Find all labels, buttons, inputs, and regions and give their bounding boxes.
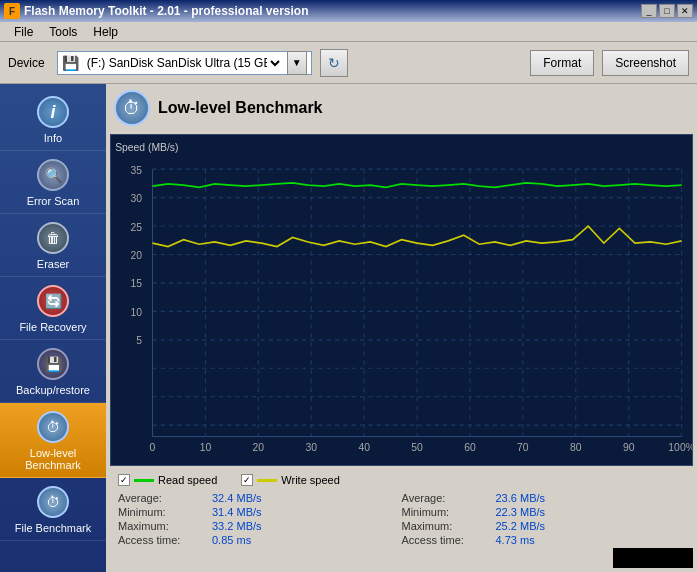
sidebar-item-error-scan[interactable]: 🔍 Error Scan	[0, 151, 106, 214]
stat-read-minimum-label: Minimum:	[118, 506, 208, 518]
backup-icon: 💾	[37, 348, 69, 380]
device-icon: 💾	[62, 55, 79, 71]
sidebar-label-backup-restore: Backup/restore	[16, 384, 90, 396]
format-button[interactable]: Format	[530, 50, 594, 76]
screenshot-button[interactable]: Screenshot	[602, 50, 689, 76]
menu-file[interactable]: File	[6, 23, 41, 41]
svg-text:0: 0	[150, 441, 156, 454]
menu-help[interactable]: Help	[85, 23, 126, 41]
sidebar-item-file-benchmark[interactable]: ⏱ File Benchmark	[0, 478, 106, 541]
sidebar-item-low-level-benchmark[interactable]: ⏱ Low-level Benchmark	[0, 403, 106, 478]
sidebar-label-info: Info	[44, 132, 62, 144]
stat-write-maximum-label: Maximum:	[402, 520, 492, 532]
svg-text:10: 10	[200, 441, 212, 454]
stat-write-access-time-value: 4.73 ms	[496, 534, 535, 546]
device-label: Device	[8, 56, 45, 70]
svg-text:50: 50	[411, 441, 423, 454]
stat-write-average-value: 23.6 MB/s	[496, 492, 546, 504]
sidebar-label-file-benchmark: File Benchmark	[15, 522, 91, 534]
sidebar-item-eraser[interactable]: 🗑 Eraser	[0, 214, 106, 277]
svg-text:100%: 100%	[668, 441, 692, 454]
stat-read-average-value: 32.4 MB/s	[212, 492, 262, 504]
content-header: ⏱ Low-level Benchmark	[110, 88, 693, 128]
minimize-button[interactable]: _	[641, 4, 657, 18]
svg-text:20: 20	[131, 249, 143, 262]
svg-text:25: 25	[131, 220, 143, 233]
stat-read-minimum-value: 31.4 MB/s	[212, 506, 262, 518]
info-icon: i	[37, 96, 69, 128]
stat-read-minimum: Minimum: 31.4 MB/s	[118, 506, 402, 518]
svg-text:60: 60	[464, 441, 476, 454]
sidebar-item-info[interactable]: i Info	[0, 88, 106, 151]
sidebar-label-eraser: Eraser	[37, 258, 69, 270]
stats-write: Average: 23.6 MB/s Minimum: 22.3 MB/s Ma…	[402, 492, 686, 546]
low-level-benchmark-icon: ⏱	[37, 411, 69, 443]
legend-row: ✓ Read speed ✓ Write speed	[110, 472, 693, 488]
file-benchmark-icon: ⏱	[37, 486, 69, 518]
stat-write-minimum-label: Minimum:	[402, 506, 492, 518]
toolbar: Device 💾 (F:) SanDisk SanDisk Ultra (15 …	[0, 42, 697, 84]
main-layout: i Info 🔍 Error Scan 🗑 Eraser 🔄 File Reco…	[0, 84, 697, 572]
sidebar-item-file-recovery[interactable]: 🔄 File Recovery	[0, 277, 106, 340]
file-recovery-icon: 🔄	[37, 285, 69, 317]
close-button[interactable]: ✕	[677, 4, 693, 18]
maximize-button[interactable]: □	[659, 4, 675, 18]
stat-read-maximum-value: 33.2 MB/s	[212, 520, 262, 532]
sidebar: i Info 🔍 Error Scan 🗑 Eraser 🔄 File Reco…	[0, 84, 106, 572]
stat-write-minimum: Minimum: 22.3 MB/s	[402, 506, 686, 518]
stat-write-access-time: Access time: 4.73 ms	[402, 534, 686, 546]
app-icon: F	[4, 3, 20, 19]
legend-read: ✓ Read speed	[118, 474, 217, 486]
svg-text:40: 40	[358, 441, 370, 454]
content-header-icon: ⏱	[114, 90, 150, 126]
stat-write-access-time-label: Access time:	[402, 534, 492, 546]
device-selector-wrapper: 💾 (F:) SanDisk SanDisk Ultra (15 GB) ▼	[57, 51, 312, 75]
sidebar-item-backup-restore[interactable]: 💾 Backup/restore	[0, 340, 106, 403]
menu-bar: File Tools Help	[0, 22, 697, 42]
device-dropdown-arrow[interactable]: ▼	[287, 51, 307, 75]
svg-text:35: 35	[131, 163, 143, 176]
stat-read-average-label: Average:	[118, 492, 208, 504]
content-title: Low-level Benchmark	[158, 99, 323, 117]
chart-svg: Speed (MB/s)	[111, 135, 692, 465]
stat-read-access-time: Access time: 0.85 ms	[118, 534, 402, 546]
stat-write-minimum-value: 22.3 MB/s	[496, 506, 546, 518]
title-bar: F Flash Memory Toolkit - 2.01 - professi…	[0, 0, 697, 22]
stat-write-maximum: Maximum: 25.2 MB/s	[402, 520, 686, 532]
chart-container: Speed (MB/s)	[110, 134, 693, 466]
device-dropdown[interactable]: (F:) SanDisk SanDisk Ultra (15 GB)	[83, 55, 283, 71]
svg-text:10: 10	[131, 305, 143, 318]
stat-read-average: Average: 32.4 MB/s	[118, 492, 402, 504]
stat-write-average-label: Average:	[402, 492, 492, 504]
write-label: Write speed	[281, 474, 340, 486]
svg-text:20: 20	[253, 441, 265, 454]
window-title: Flash Memory Toolkit - 2.01 - profession…	[24, 4, 309, 18]
svg-text:15: 15	[131, 277, 143, 290]
read-checkbox[interactable]: ✓	[118, 474, 130, 486]
svg-text:5: 5	[136, 334, 142, 347]
write-checkbox[interactable]: ✓	[241, 474, 253, 486]
stats-read: Average: 32.4 MB/s Minimum: 31.4 MB/s Ma…	[118, 492, 402, 546]
stat-read-maximum: Maximum: 33.2 MB/s	[118, 520, 402, 532]
write-line-indicator	[257, 479, 277, 482]
stat-write-maximum-value: 25.2 MB/s	[496, 520, 546, 532]
eraser-icon: 🗑	[37, 222, 69, 254]
sidebar-label-file-recovery: File Recovery	[19, 321, 86, 333]
read-line-indicator	[134, 479, 154, 482]
stat-read-maximum-label: Maximum:	[118, 520, 208, 532]
stat-read-access-time-value: 0.85 ms	[212, 534, 251, 546]
stat-read-access-time-label: Access time:	[118, 534, 208, 546]
svg-text:70: 70	[517, 441, 529, 454]
svg-text:30: 30	[305, 441, 317, 454]
menu-tools[interactable]: Tools	[41, 23, 85, 41]
legend-write: ✓ Write speed	[241, 474, 340, 486]
stat-write-average: Average: 23.6 MB/s	[402, 492, 686, 504]
sidebar-label-error-scan: Error Scan	[27, 195, 80, 207]
error-scan-icon: 🔍	[37, 159, 69, 191]
title-buttons: _ □ ✕	[641, 4, 693, 18]
stats-row: Average: 32.4 MB/s Minimum: 31.4 MB/s Ma…	[110, 492, 693, 546]
redacted-area	[613, 548, 693, 568]
refresh-button[interactable]: ↻	[320, 49, 348, 77]
content-area: ⏱ Low-level Benchmark Speed (MB/s)	[106, 84, 697, 572]
svg-text:90: 90	[623, 441, 635, 454]
